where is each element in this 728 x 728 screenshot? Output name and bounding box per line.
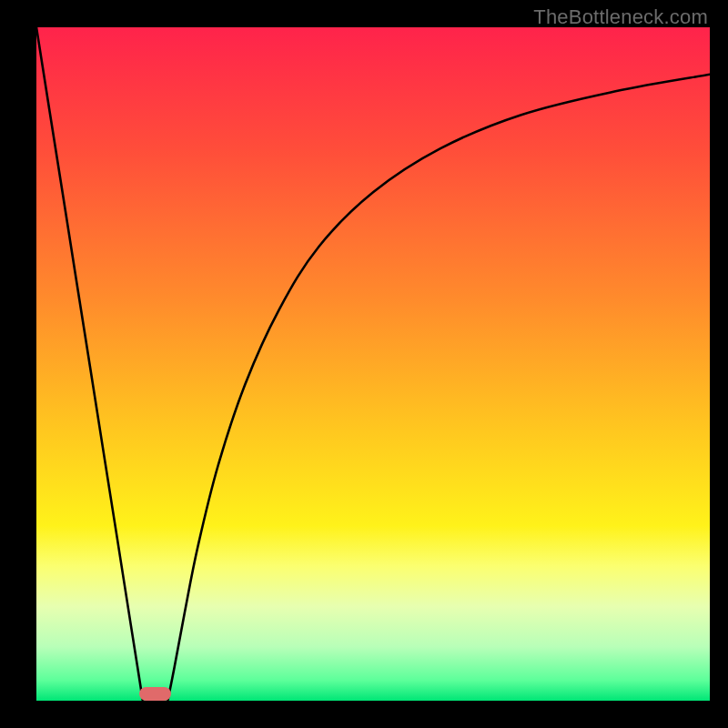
optimum-marker (139, 687, 171, 701)
watermark-text: TheBottleneck.com (533, 5, 708, 29)
curve-layer (36, 27, 710, 701)
plot-area (36, 27, 710, 701)
chart-frame: TheBottleneck.com (0, 0, 728, 728)
series-left-branch (36, 27, 143, 701)
series-right-branch (167, 75, 710, 701)
